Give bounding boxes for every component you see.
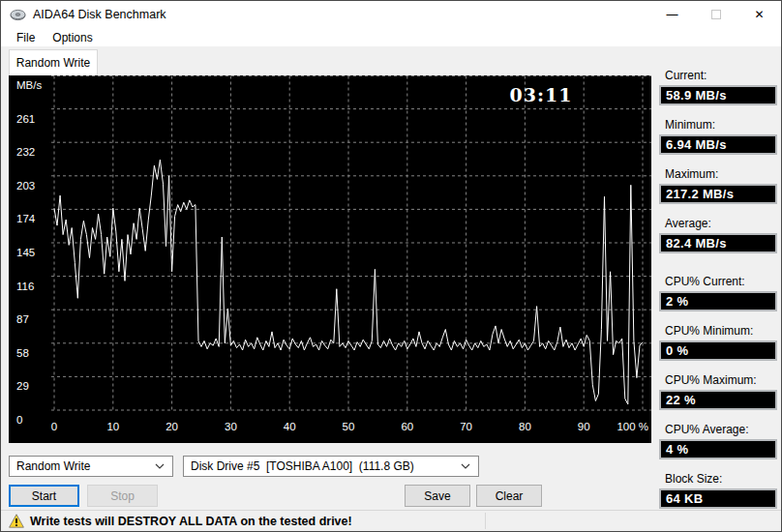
stat-label: Minimum: <box>665 118 777 133</box>
elapsed-time-label: 03:11 <box>510 84 573 105</box>
x-tick-label: 40 <box>284 421 296 432</box>
y-tick-label: 145 <box>16 247 35 258</box>
x-tick-label: 80 <box>519 421 531 432</box>
stat-label: CPU% Current: <box>665 275 777 289</box>
stat-value: 2 % <box>659 291 777 311</box>
window-title: AIDA64 Disk Benchmark <box>33 8 166 21</box>
stop-button[interactable]: Stop <box>87 485 158 507</box>
stat-minimum: Minimum: 6.94 MB/s <box>659 118 777 155</box>
stat-cpu-average: CPU% Average: 4 % <box>659 423 777 459</box>
menu-options[interactable]: Options <box>44 29 101 46</box>
y-axis-unit-label: MB/s <box>16 79 42 91</box>
stat-value: 217.2 MB/s <box>659 184 777 204</box>
test-type-value: Random Write <box>16 459 90 473</box>
x-tick-label: 0 <box>51 421 57 432</box>
stat-label: CPU% Minimum: <box>665 324 777 339</box>
close-button[interactable]: ✕ <box>737 1 781 28</box>
chevron-down-icon <box>155 463 165 469</box>
y-tick-label: 261 <box>16 113 35 125</box>
stat-value: 4 % <box>659 439 777 459</box>
status-bar: Write tests will DESTROY ALL DATA on the… <box>1 510 781 531</box>
stat-label: Maximum: <box>665 167 777 182</box>
maximize-icon <box>711 10 721 19</box>
x-tick-label: 70 <box>460 421 472 432</box>
stat-cpu-current: CPU% Current: 2 % <box>659 275 777 311</box>
stat-average: Average: 82.4 MB/s <box>659 217 777 253</box>
warning-icon <box>9 514 24 528</box>
aida64-disk-benchmark-window: { "window": { "title": "AIDA64 Disk Benc… <box>0 0 782 532</box>
warning-text: Write tests will DESTROY ALL DATA on the… <box>30 515 352 528</box>
y-tick-label: 203 <box>16 180 35 192</box>
x-tick-label: 30 <box>225 421 237 432</box>
menu-bar: File Options <box>1 28 781 46</box>
minimize-button[interactable]: — <box>650 1 694 28</box>
statusbar-divider <box>485 513 486 529</box>
save-button[interactable]: Save <box>405 485 470 507</box>
stat-value: 58.9 MB/s <box>659 85 777 105</box>
clear-button[interactable]: Clear <box>476 485 542 507</box>
start-button[interactable]: Start <box>9 485 79 507</box>
x-tick-label: 90 <box>578 421 590 432</box>
drive-combobox[interactable]: Disk Drive #5 [TOSHIBA A100] (111.8 GB) <box>183 456 479 477</box>
benchmark-chart: MB/s261232203174145116875829001020304050… <box>9 75 651 443</box>
stat-label: Average: <box>665 217 777 231</box>
stat-label: Block Size: <box>665 472 777 487</box>
maximize-button <box>694 1 737 28</box>
stat-cpu-maximum: CPU% Maximum: 22 % <box>659 373 777 410</box>
stat-value: 64 KB <box>659 488 777 509</box>
x-tick-label: 20 <box>165 421 178 432</box>
title-bar: AIDA64 Disk Benchmark — ✕ <box>1 1 781 28</box>
caption-buttons: — ✕ <box>650 1 781 28</box>
x-tick-label-100pct: 100 % <box>617 421 648 432</box>
test-type-combobox[interactable]: Random Write <box>9 456 173 477</box>
x-tick-label: 50 <box>343 421 355 432</box>
stat-value: 6.94 MB/s <box>659 134 777 155</box>
stat-maximum: Maximum: 217.2 MB/s <box>659 167 777 204</box>
stat-value: 82.4 MB/s <box>659 233 777 253</box>
drive-value: Disk Drive #5 [TOSHIBA A100] (111.8 GB) <box>191 459 414 473</box>
y-tick-label: 174 <box>16 213 36 224</box>
stat-label: Current: <box>665 69 777 83</box>
menu-file[interactable]: File <box>8 29 44 46</box>
x-tick-label: 60 <box>401 421 413 432</box>
y-tick-label: 58 <box>16 347 29 359</box>
y-tick-label: 0 <box>16 414 22 426</box>
stat-label: CPU% Maximum: <box>665 373 777 388</box>
stat-current: Current: 58.9 MB/s <box>659 69 777 105</box>
stat-block-size: Block Size: 64 KB <box>659 472 777 509</box>
stat-cpu-minimum: CPU% Minimum: 0 % <box>659 324 777 361</box>
x-tick-label: 10 <box>106 421 119 432</box>
chevron-down-icon <box>461 463 470 469</box>
stat-value: 22 % <box>659 390 777 410</box>
stat-value: 0 % <box>659 340 777 361</box>
stat-label: CPU% Average: <box>665 423 777 437</box>
chart-svg: MB/s261232203174145116875829001020304050… <box>9 75 651 443</box>
stats-panel: Current: 58.9 MB/s Minimum: 6.94 MB/s Ma… <box>659 69 777 521</box>
y-tick-label: 87 <box>16 313 29 325</box>
tab-random-write[interactable]: Random Write <box>9 49 98 75</box>
app-disk-icon <box>10 7 26 23</box>
y-tick-label: 232 <box>16 146 35 158</box>
y-tick-label: 116 <box>16 281 34 292</box>
y-tick-label: 29 <box>16 380 29 392</box>
